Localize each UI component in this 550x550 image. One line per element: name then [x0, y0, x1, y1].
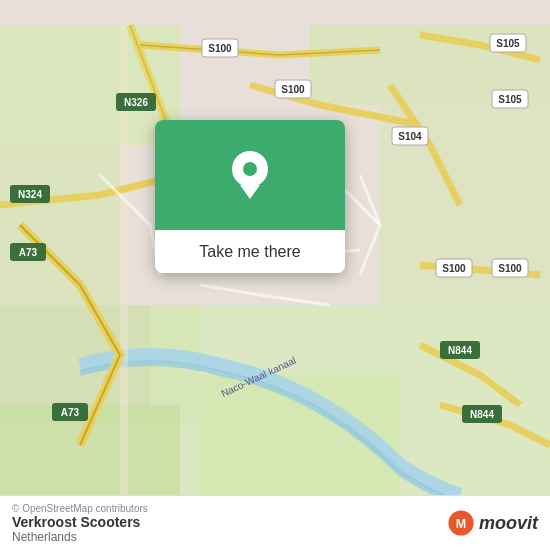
svg-text:A73: A73 — [19, 247, 38, 258]
map-svg: S100 S100 S100 S100 S104 S105 S105 N326 … — [0, 0, 550, 550]
pin-icon — [232, 151, 268, 187]
location-pin — [230, 151, 270, 199]
map-container: S100 S100 S100 S100 S104 S105 S105 N326 … — [0, 0, 550, 550]
svg-text:S100: S100 — [442, 263, 466, 274]
svg-text:A73: A73 — [61, 407, 80, 418]
svg-text:S100: S100 — [208, 43, 232, 54]
svg-text:S104: S104 — [398, 131, 422, 142]
svg-text:S100: S100 — [281, 84, 305, 95]
svg-text:S100: S100 — [498, 263, 522, 274]
copyright-text: © OpenStreetMap contributors — [12, 503, 148, 514]
moovit-logo: M moovit — [447, 509, 538, 537]
svg-text:N844: N844 — [448, 345, 472, 356]
svg-text:N844: N844 — [470, 409, 494, 420]
svg-text:M: M — [456, 517, 467, 531]
svg-text:N324: N324 — [18, 189, 42, 200]
svg-text:N326: N326 — [124, 97, 148, 108]
place-name: Verkroost Scooters — [12, 514, 140, 530]
place-location: Netherlands — [12, 530, 77, 544]
pin-tail — [240, 185, 260, 199]
svg-text:S105: S105 — [496, 38, 520, 49]
svg-text:S105: S105 — [498, 94, 522, 105]
popup-card: Take me there — [155, 120, 345, 273]
place-info: © OpenStreetMap contributors Verkroost S… — [12, 503, 148, 544]
bottom-bar: © OpenStreetMap contributors Verkroost S… — [0, 495, 550, 550]
take-me-there-button[interactable]: Take me there — [155, 230, 345, 273]
moovit-icon: M — [447, 509, 475, 537]
popup-map-area — [155, 120, 345, 230]
moovit-text: moovit — [479, 513, 538, 534]
svg-rect-2 — [0, 145, 120, 305]
